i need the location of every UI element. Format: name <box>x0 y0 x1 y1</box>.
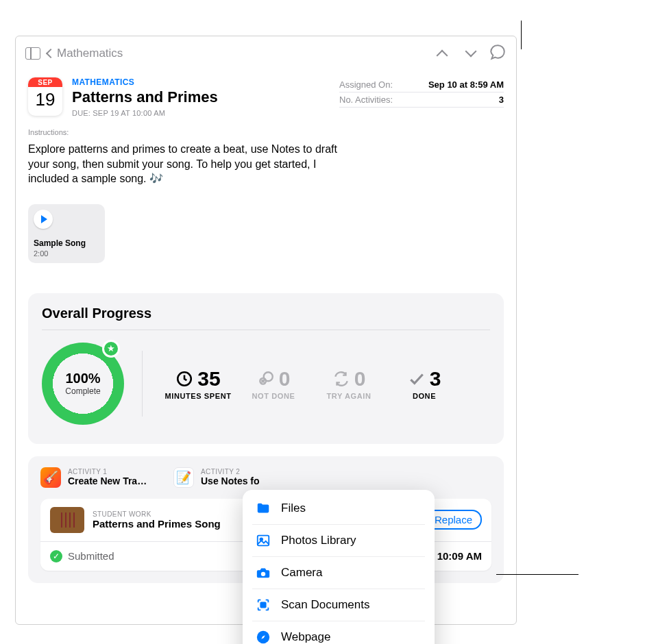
instructions-block: Instructions: Explore patterns and prime… <box>16 123 516 197</box>
done-value: 3 <box>430 367 441 391</box>
done-label: DONE <box>413 392 436 400</box>
song-thumbnail <box>50 507 84 533</box>
popover-item-camera[interactable]: Camera <box>252 556 425 589</box>
stat-done: 3 DONE <box>387 367 462 400</box>
stat-minutes: 35 MINUTES SPENT <box>160 367 236 400</box>
popover-item-photos[interactable]: Photos Library <box>252 524 425 556</box>
svg-rect-3 <box>258 536 269 546</box>
popover-item-scan[interactable]: Scan Documents <box>252 589 425 621</box>
top-nav: Mathematics <box>16 36 516 71</box>
popover-label: Camera <box>281 566 322 580</box>
svg-rect-6 <box>260 602 265 607</box>
subject-label: MATHEMATICS <box>72 77 218 87</box>
activity-1[interactable]: 🎸 ACTIVITY 1 Create New Tra… <box>40 467 157 488</box>
progress-percent-label: Complete <box>65 386 100 396</box>
assigned-on-label: Assigned On: <box>339 79 393 90</box>
try-again-label: TRY AGAIN <box>327 392 371 400</box>
svg-point-5 <box>261 572 265 576</box>
camera-icon <box>255 565 271 581</box>
not-done-label: NOT DONE <box>252 392 295 400</box>
progress-title: Overall Progress <box>42 306 490 321</box>
due-label: DUE: SEP 19 AT 10:00 AM <box>72 109 218 117</box>
popover-label: Scan Documents <box>281 598 369 612</box>
stat-try-again: 0 TRY AGAIN <box>311 367 387 400</box>
notes-icon: 📝 <box>173 467 194 488</box>
sample-song-card[interactable]: Sample Song 2:00 <box>28 204 105 263</box>
assigned-on-value: Sep 10 at 8:59 AM <box>428 79 504 90</box>
chevron-down-icon[interactable] <box>465 46 477 58</box>
instructions-body: Explore patterns and primes to create a … <box>28 142 350 186</box>
not-done-value: 0 <box>279 367 291 391</box>
popover-item-files[interactable]: Files <box>243 493 435 524</box>
progress-ring: ★ 100% Complete <box>42 343 124 425</box>
sample-title: Sample Song <box>34 238 99 248</box>
activities-value: 3 <box>499 95 504 105</box>
calendar-month: SEP <box>28 77 62 87</box>
overall-progress-card: Overall Progress ★ 100% Complete 35 MINU… <box>28 293 504 444</box>
try-again-value: 0 <box>354 367 366 391</box>
chevron-up-icon[interactable] <box>437 50 448 62</box>
activities-label: No. Activities: <box>339 95 393 105</box>
popover-label: Webpage <box>281 630 330 644</box>
assignment-header: SEP 19 MATHEMATICS Patterns and Primes D… <box>16 71 516 123</box>
folder-icon <box>255 500 271 517</box>
calendar-day: 19 <box>28 87 62 112</box>
checkmark-icon <box>408 370 426 388</box>
sample-duration: 2:00 <box>34 249 99 258</box>
instructions-label: Instructions: <box>28 128 504 136</box>
popover-item-webpage[interactable]: Webpage <box>252 621 425 644</box>
submitted-check-icon: ✓ <box>50 550 62 562</box>
assignment-meta: Assigned On: Sep 10 at 8:59 AM No. Activ… <box>339 77 504 108</box>
assignment-title: Patterns and Primes <box>72 88 218 106</box>
activity-2-title: Use Notes fo <box>201 475 260 486</box>
popover-label: Files <box>281 501 306 515</box>
minutes-value: 35 <box>197 367 220 391</box>
photo-icon <box>255 532 271 549</box>
play-button[interactable] <box>34 210 53 229</box>
try-again-icon <box>332 370 350 388</box>
garageband-icon: 🎸 <box>40 467 61 488</box>
activity-1-label: ACTIVITY 1 <box>68 468 147 475</box>
sidebar-toggle-icon[interactable] <box>25 47 40 60</box>
callout-line <box>496 574 578 575</box>
activity-1-title: Create New Tra… <box>68 475 147 486</box>
activity-2[interactable]: 📝 ACTIVITY 2 Use Notes fo <box>173 467 290 488</box>
attach-popover: Files Photos Library Camera Scan Documen… <box>243 490 435 644</box>
play-icon <box>41 215 47 223</box>
clock-icon <box>175 370 193 388</box>
back-button[interactable]: Mathematics <box>47 47 123 60</box>
safari-icon <box>255 629 271 644</box>
star-badge-icon: ★ <box>102 340 120 358</box>
submitted-label: Submitted <box>68 550 114 562</box>
stat-not-done: 0 NOT DONE <box>236 367 311 400</box>
activity-2-label: ACTIVITY 2 <box>201 468 260 475</box>
messages-icon[interactable] <box>489 43 507 64</box>
submitted-time: 10:09 AM <box>437 550 482 562</box>
chevron-left-icon <box>46 49 56 58</box>
calendar-badge: SEP 19 <box>28 77 62 116</box>
not-done-icon <box>257 370 275 388</box>
scan-icon <box>255 597 271 613</box>
callout-line <box>521 21 522 49</box>
progress-percent: 100% <box>65 371 100 386</box>
minutes-label: MINUTES SPENT <box>164 392 231 400</box>
back-label: Mathematics <box>57 47 123 60</box>
popover-label: Photos Library <box>281 534 356 547</box>
